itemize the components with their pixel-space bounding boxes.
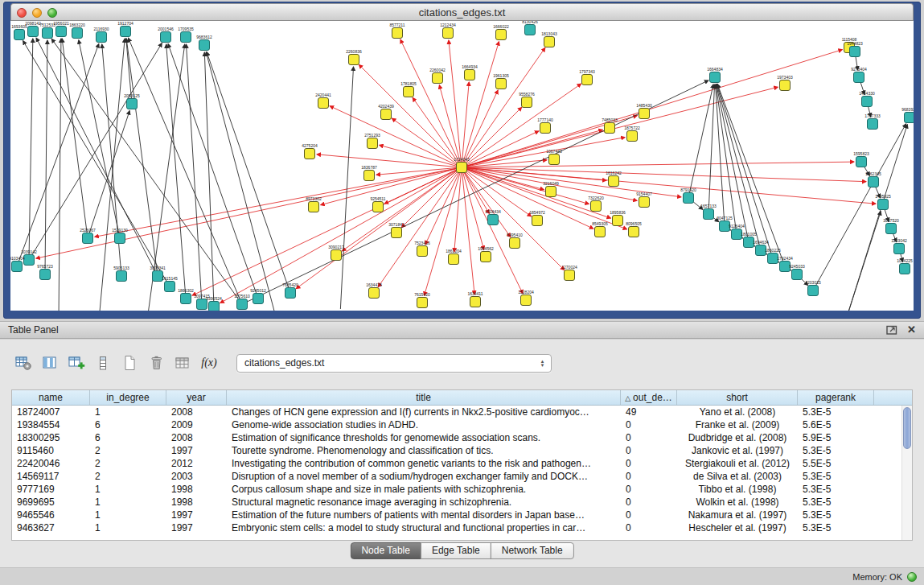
sort-ascending-icon: △: [625, 394, 630, 402]
cell-year: 2009: [166, 418, 227, 431]
cell-year: 1997: [166, 509, 227, 521]
svg-text:7635420: 7635420: [282, 282, 298, 287]
svg-text:3037520: 3037520: [883, 218, 899, 223]
svg-text:9683612: 9683612: [196, 35, 212, 39]
svg-text:1956021: 1956021: [53, 21, 69, 26]
table-row[interactable]: 1830029562008Estimation of significance …: [12, 431, 912, 444]
cell-title: Corpus callosum shape and size in male p…: [227, 483, 621, 496]
new-table-icon[interactable]: [119, 352, 140, 373]
table-toolbar: f(x) citations_edges.txt ▲▼: [13, 351, 552, 375]
svg-text:1664834: 1664834: [707, 67, 723, 72]
table-tabs: Node Table Edge Table Network Table: [350, 542, 573, 559]
table-row[interactable]: 946554611997Estimation of the future num…: [12, 509, 912, 521]
table-vertical-scrollbar[interactable]: [901, 406, 912, 540]
svg-text:1485430: 1485430: [636, 103, 652, 108]
cell-in_degree: 6: [90, 431, 166, 444]
tab-edge-table[interactable]: Edge Table: [421, 542, 491, 559]
scrollbar-thumb[interactable]: [903, 407, 911, 449]
svg-text:5495410: 5495410: [507, 233, 523, 237]
table-body: 1872400712008Changes of HCN gene express…: [12, 406, 912, 534]
cell-pagerank: 5.3E-5: [798, 521, 874, 534]
network-window-titlebar[interactable]: citations_edges.txt: [10, 3, 914, 21]
window-title: citations_edges.txt: [419, 6, 506, 19]
column-header-in-degree[interactable]: in_degree: [90, 390, 166, 405]
close-panel-icon[interactable]: ✕: [907, 325, 916, 335]
show-columns-icon[interactable]: [39, 352, 60, 373]
svg-text:1270024: 1270024: [561, 265, 577, 270]
svg-text:9245012: 9245012: [250, 288, 266, 293]
minimize-window-icon[interactable]: [32, 8, 42, 18]
table-row[interactable]: 1872400712008Changes of HCN gene express…: [12, 406, 912, 418]
column-header-pagerank[interactable]: pagerank: [798, 390, 874, 405]
svg-text:1528204: 1528204: [518, 290, 534, 295]
table-row[interactable]: 977716911998Corpus callosum shape and si…: [12, 483, 912, 496]
cell-title: Tourette syndrome. Phenomenology and cla…: [227, 444, 621, 457]
cell-short: Franke et al. (2009): [677, 418, 798, 431]
table-row[interactable]: 911546021997Tourette syndrome. Phenomeno…: [12, 444, 912, 457]
tab-node-table[interactable]: Node Table: [350, 542, 421, 559]
svg-text:3216049: 3216049: [543, 181, 559, 186]
add-row-icon[interactable]: [92, 352, 113, 373]
svg-text:1664934: 1664934: [462, 64, 478, 69]
cell-year: 2003: [166, 470, 227, 483]
table-panel-header: Table Panel ✕: [0, 321, 924, 339]
column-header-short[interactable]: short: [677, 390, 798, 405]
svg-text:1863220: 1863220: [69, 23, 85, 27]
column-header-year[interactable]: year: [166, 390, 227, 405]
cell-short: Hescheler et al. (1997): [677, 521, 798, 534]
svg-text:1860225: 1860225: [765, 248, 781, 253]
column-header-name[interactable]: name: [12, 390, 90, 405]
svg-text:1616242: 1616242: [606, 171, 622, 175]
cell-name: 9115460: [12, 444, 90, 457]
svg-text:1615145: 1615145: [162, 276, 178, 281]
cell-pagerank: 5.6E-5: [798, 418, 874, 431]
fx-label: f(x): [201, 356, 216, 369]
table-row[interactable]: 2242004622012Investigating the contribut…: [12, 457, 912, 470]
cell-in_degree: 1: [90, 509, 166, 521]
svg-text:1454330: 1454330: [859, 91, 875, 96]
svg-text:1781805: 1781805: [400, 81, 417, 86]
import-table-icon[interactable]: [172, 352, 193, 373]
cell-in_degree: 2: [90, 470, 166, 483]
float-panel-icon[interactable]: [886, 325, 897, 335]
cell-in_degree: 6: [90, 418, 166, 431]
table-row[interactable]: 946362711997Embryonic stem cells: a mode…: [12, 521, 912, 534]
svg-text:1657133: 1657133: [700, 204, 717, 208]
svg-text:2260042: 2260042: [429, 68, 446, 72]
svg-text:9765723: 9765723: [37, 264, 53, 269]
add-column-icon[interactable]: [66, 352, 87, 373]
cell-name: 9463627: [12, 521, 90, 534]
network-graph[interactable]: 1724043186120475234163071842925451118367…: [10, 21, 914, 311]
cell-title: Changes of HCN gene expression and I(f) …: [227, 406, 621, 418]
cell-name: 19384554: [12, 418, 90, 431]
network-table-select[interactable]: citations_edges.txt ▲▼: [236, 354, 552, 373]
svg-text:8791920: 8791920: [680, 187, 696, 192]
svg-text:3047125: 3047125: [717, 216, 733, 220]
svg-text:1961305: 1961305: [493, 73, 509, 78]
window-controls: [17, 8, 57, 18]
cell-name: 22420046: [12, 457, 90, 470]
close-window-icon[interactable]: [17, 8, 27, 18]
network-canvas[interactable]: 1724043186120475234163071842925451118367…: [10, 21, 914, 311]
svg-text:9683920: 9683920: [901, 107, 914, 112]
cell-short: Dudbridge et al. (2008): [677, 431, 798, 444]
column-header-title[interactable]: title: [227, 390, 621, 405]
zoom-window-icon[interactable]: [47, 8, 57, 18]
svg-text:1944823: 1944823: [847, 41, 863, 46]
table-row[interactable]: 1456911722003Disruption of a novel membe…: [12, 470, 912, 483]
table-row[interactable]: 1938455462009Genome-wide association stu…: [12, 418, 912, 431]
table-settings-icon[interactable]: [13, 352, 34, 373]
function-builder-icon[interactable]: f(x): [199, 352, 220, 373]
tab-network-table[interactable]: Network Table: [491, 542, 574, 559]
table-panel-title: Table Panel: [8, 324, 59, 336]
cell-pagerank: 5.3E-5: [798, 509, 874, 521]
cell-title: Disruption of a novel member of a sodium…: [227, 470, 621, 483]
svg-text:9273404: 9273404: [851, 67, 867, 72]
svg-text:7322620: 7322620: [588, 196, 604, 200]
cell-short: Tibbo et al. (1998): [677, 483, 798, 496]
column-header-out-degree[interactable]: △out_de…: [621, 390, 677, 405]
delete-icon[interactable]: [146, 352, 166, 373]
cell-name: 9465546: [12, 509, 90, 521]
table-row[interactable]: 969969511998Structural magnetic resonanc…: [12, 496, 912, 509]
cell-pagerank: 5.3E-5: [798, 406, 874, 418]
